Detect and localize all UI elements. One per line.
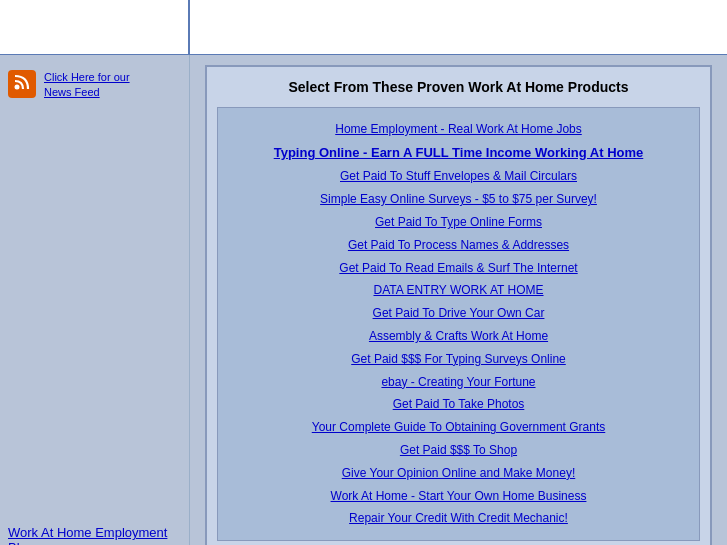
product-link-16[interactable]: Work At Home - Start Your Own Home Busin… (226, 485, 691, 508)
product-box-title: Select From These Proven Work At Home Pr… (217, 79, 700, 95)
product-link-15[interactable]: Give Your Opinion Online and Make Money! (226, 462, 691, 485)
product-link-4[interactable]: Get Paid To Type Online Forms (226, 211, 691, 234)
product-link-11[interactable]: ebay - Creating Your Fortune (226, 371, 691, 394)
product-link-8[interactable]: Get Paid To Drive Your Own Car (226, 302, 691, 325)
product-link-2[interactable]: Get Paid To Stuff Envelopes & Mail Circu… (226, 165, 691, 188)
header-right (190, 0, 727, 54)
rss-section: Click Here for our News Feed (8, 70, 181, 101)
blog-link[interactable]: Work At Home Employment Blog (8, 525, 167, 545)
product-box: Select From These Proven Work At Home Pr… (205, 65, 712, 545)
main-layout: Click Here for our News Feed Work At Hom… (0, 55, 727, 545)
product-link-13[interactable]: Your Complete Guide To Obtaining Governm… (226, 416, 691, 439)
product-link-9[interactable]: Assembly & Crafts Work At Home (226, 325, 691, 348)
header-logo (0, 0, 190, 54)
product-link-6[interactable]: Get Paid To Read Emails & Surf The Inter… (226, 257, 691, 280)
product-link-10[interactable]: Get Paid $$$ For Typing Surveys Online (226, 348, 691, 371)
product-link-3[interactable]: Simple Easy Online Surveys - $5 to $75 p… (226, 188, 691, 211)
content-area: Select From These Proven Work At Home Pr… (190, 55, 727, 545)
product-link-7[interactable]: DATA ENTRY WORK AT HOME (226, 279, 691, 302)
sidebar: Click Here for our News Feed Work At Hom… (0, 55, 190, 545)
product-links-container: Home Employment - Real Work At Home Jobs… (217, 107, 700, 541)
product-link-1[interactable]: Typing Online - Earn A FULL Time Income … (226, 141, 691, 166)
product-link-5[interactable]: Get Paid To Process Names & Addresses (226, 234, 691, 257)
rss-icon (8, 70, 36, 98)
header-bar (0, 0, 727, 55)
sidebar-bottom: Work At Home Employment Blog (8, 505, 181, 545)
rss-link[interactable]: Click Here for our News Feed (44, 70, 130, 101)
rss-symbol (13, 73, 31, 95)
svg-point-0 (15, 85, 20, 90)
product-link-12[interactable]: Get Paid To Take Photos (226, 393, 691, 416)
product-link-17[interactable]: Repair Your Credit With Credit Mechanic! (226, 507, 691, 530)
product-link-14[interactable]: Get Paid $$$ To Shop (226, 439, 691, 462)
product-link-0[interactable]: Home Employment - Real Work At Home Jobs (226, 118, 691, 141)
